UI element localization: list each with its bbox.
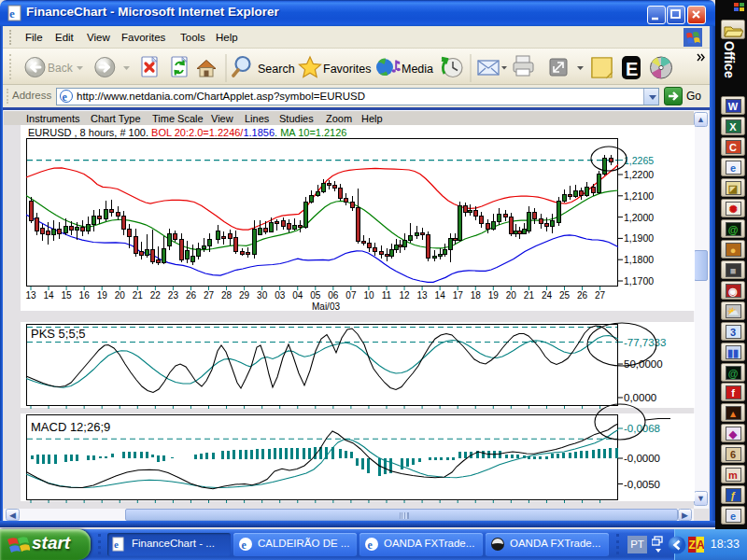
svg-text:A: A xyxy=(697,539,704,552)
svg-text:Back: Back xyxy=(48,62,74,75)
svg-text:E: E xyxy=(626,59,638,79)
svg-text:e: e xyxy=(242,539,247,552)
svg-text:Favorites: Favorites xyxy=(323,63,371,76)
svg-text:Z: Z xyxy=(689,539,696,552)
svg-text:e: e xyxy=(368,539,374,552)
svg-text:Search: Search xyxy=(258,63,295,76)
svg-text:e: e xyxy=(114,539,119,550)
svg-text:Media: Media xyxy=(402,63,433,76)
